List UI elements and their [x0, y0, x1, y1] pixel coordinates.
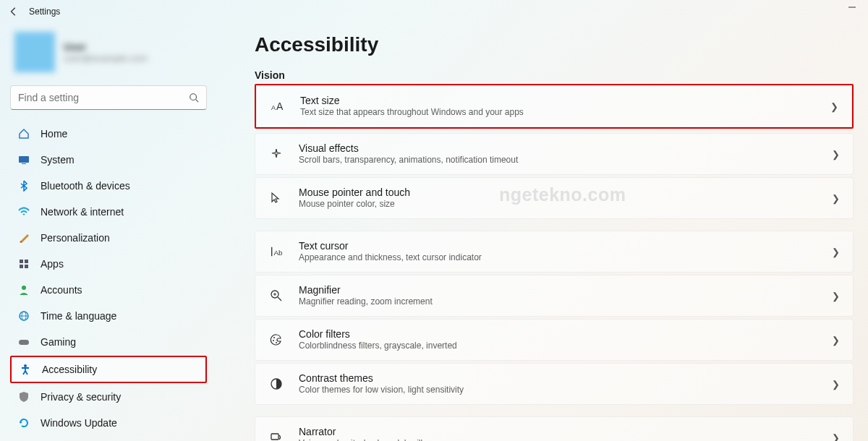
card-title: Color filters: [299, 327, 832, 341]
card-sub: Voice, verbosity, keyboard, braille: [299, 438, 832, 441]
sidebar-item-label: Apps: [41, 258, 64, 270]
sidebar-item-label: Windows Update: [41, 417, 117, 429]
sidebar-item-system[interactable]: System: [10, 147, 207, 172]
main-container: User user@example.com Home System: [0, 23, 868, 441]
card-main: Mouse pointer and touch Mouse pointer co…: [299, 186, 832, 210]
sidebar-item-label: Privacy & security: [41, 391, 121, 403]
nav-list: Home System Bluetooth & devices Network …: [10, 121, 207, 435]
card-sub: Colorblindness filters, grayscale, inver…: [299, 341, 832, 352]
sidebar-item-label: Network & internet: [41, 206, 124, 218]
globe-icon: [17, 309, 30, 322]
card-text-size[interactable]: AA Text size Text size that appears thro…: [256, 85, 852, 127]
svg-rect-13: [19, 340, 29, 345]
chevron-right-icon: ❯: [832, 335, 840, 346]
card-sub: Color themes for low vision, light sensi…: [299, 385, 832, 396]
sidebar-item-accessibility[interactable]: Accessibility: [12, 357, 205, 382]
magnifier-icon: [268, 288, 284, 304]
sidebar-item-accounts[interactable]: Accounts: [10, 278, 207, 302]
card-text-cursor[interactable]: Ab Text cursor Appearance and thickness,…: [255, 231, 854, 273]
card-sub: Text size that appears throughout Window…: [300, 107, 830, 119]
card-narrator[interactable]: Narrator Voice, verbosity, keyboard, bra…: [255, 416, 854, 441]
chevron-right-icon: ❯: [832, 291, 840, 301]
shield-icon: [17, 390, 30, 403]
profile-block[interactable]: User user@example.com: [10, 29, 207, 82]
card-contrast-themes[interactable]: Contrast themes Color themes for low vis…: [255, 363, 854, 405]
bluetooth-icon: [17, 179, 30, 192]
home-icon: [17, 127, 30, 140]
card-title: Contrast themes: [299, 372, 832, 385]
card-mouse-pointer[interactable]: Mouse pointer and touch Mouse pointer co…: [255, 177, 854, 219]
sidebar-item-time[interactable]: Time & language: [10, 304, 207, 328]
sidebar-item-label: Gaming: [41, 336, 76, 348]
system-icon: [17, 153, 30, 166]
svg-rect-6: [25, 260, 28, 263]
sidebar-highlight: Accessibility: [10, 356, 207, 383]
svg-text:A: A: [276, 100, 284, 112]
card-magnifier[interactable]: Magnifier Magnifier reading, zoom increm…: [255, 275, 854, 317]
svg-rect-3: [19, 156, 29, 163]
sidebar-item-label: Accessibility: [42, 364, 97, 375]
brush-icon: [17, 231, 30, 244]
sidebar-item-home[interactable]: Home: [10, 121, 207, 146]
card-sub: Scroll bars, transparency, animations, n…: [299, 155, 832, 166]
chevron-right-icon: ❯: [830, 101, 838, 112]
sidebar-item-network[interactable]: Network & internet: [10, 200, 207, 224]
card-title: Mouse pointer and touch: [299, 186, 832, 199]
sidebar-item-personalization[interactable]: Personalization: [10, 226, 207, 250]
card-title: Narrator: [299, 425, 832, 438]
chevron-right-icon: ❯: [832, 193, 840, 204]
window-title: Settings: [29, 7, 60, 17]
search-input[interactable]: [18, 92, 189, 103]
sidebar-item-update[interactable]: Windows Update: [10, 411, 207, 435]
card-title: Visual effects: [299, 142, 832, 155]
sidebar-item-label: Time & language: [41, 310, 116, 322]
card-highlight: AA Text size Text size that appears thro…: [255, 84, 854, 129]
svg-text:A: A: [271, 104, 276, 111]
sidebar-item-bluetooth[interactable]: Bluetooth & devices: [10, 174, 207, 198]
card-visual-effects[interactable]: Visual effects Scroll bars, transparency…: [255, 133, 854, 175]
card-main: Color filters Colorblindness filters, gr…: [299, 327, 832, 352]
title-bar: Settings: [0, 0, 868, 23]
back-button[interactable]: [9, 7, 19, 17]
svg-line-20: [278, 297, 281, 301]
card-main: Narrator Voice, verbosity, keyboard, bra…: [299, 425, 832, 441]
sidebar-item-label: System: [41, 154, 75, 166]
profile-email: user@example.com: [64, 53, 148, 64]
narrator-icon: [268, 429, 284, 441]
sidebar-item-privacy[interactable]: Privacy & security: [10, 385, 207, 409]
minimize-button[interactable]: [848, 3, 862, 4]
palette-icon: [268, 332, 284, 348]
svg-rect-5: [20, 260, 23, 263]
card-title: Text cursor: [299, 239, 832, 252]
svg-point-9: [22, 286, 26, 290]
page-title: Accessibility: [255, 33, 854, 56]
sidebar-item-apps[interactable]: Apps: [10, 252, 207, 276]
card-sub: Appearance and thickness, text cursor in…: [299, 252, 832, 264]
card-title: Magnifier: [299, 283, 832, 296]
wifi-icon: [17, 205, 30, 218]
svg-text:Ab: Ab: [273, 249, 283, 257]
svg-rect-27: [271, 434, 278, 440]
svg-line-2: [196, 100, 199, 103]
svg-point-24: [273, 340, 274, 341]
profile-name: User: [64, 41, 148, 53]
search-box[interactable]: [10, 85, 207, 110]
sidebar-item-label: Accounts: [41, 284, 82, 296]
cards-list: AA Text size Text size that appears thro…: [255, 84, 854, 441]
card-main: Visual effects Scroll bars, transparency…: [299, 142, 832, 166]
gaming-icon: [17, 335, 30, 348]
sidebar-item-label: Bluetooth & devices: [41, 180, 130, 192]
sparkle-icon: [268, 146, 284, 162]
chevron-right-icon: ❯: [832, 432, 840, 442]
card-main: Magnifier Magnifier reading, zoom increm…: [299, 283, 832, 308]
card-color-filters[interactable]: Color filters Colorblindness filters, gr…: [255, 319, 854, 361]
svg-rect-4: [22, 163, 26, 164]
svg-rect-7: [20, 265, 23, 268]
cursor-icon: [268, 190, 284, 206]
sidebar: User user@example.com Home System: [0, 23, 217, 441]
chevron-right-icon: ❯: [832, 379, 840, 390]
search-icon: [189, 93, 199, 103]
sidebar-item-gaming[interactable]: Gaming: [10, 330, 207, 354]
sidebar-item-label: Personalization: [41, 232, 110, 244]
accessibility-icon: [19, 363, 32, 376]
